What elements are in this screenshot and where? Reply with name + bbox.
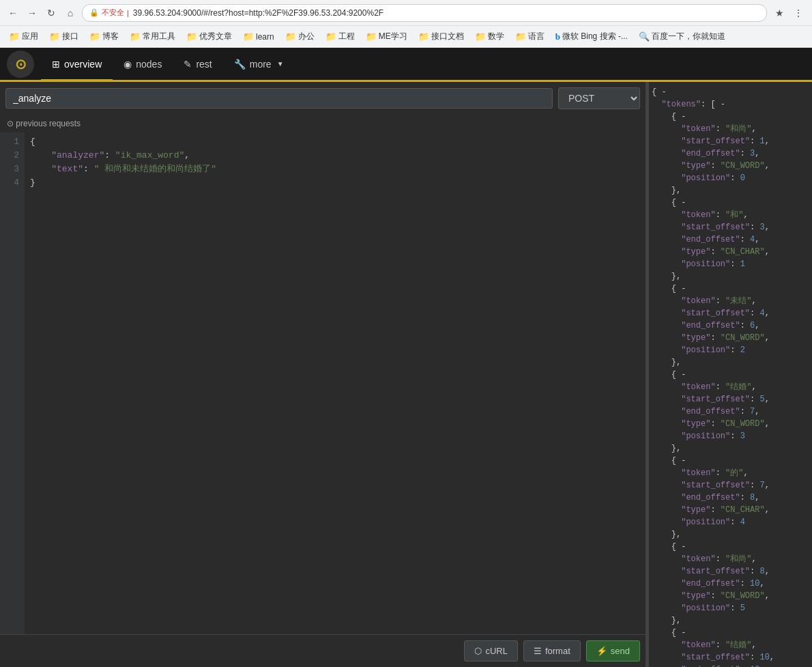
bookmark-item[interactable]: 📁数学 [470, 29, 509, 44]
bookmark-item[interactable]: 📁接口文档 [414, 29, 469, 44]
response-line: "tokens": [ - [652, 98, 809, 111]
bookmark-star-button[interactable]: ★ [771, 5, 787, 21]
folder-icon: 📁 [418, 31, 429, 42]
folder-icon: 📁 [515, 31, 526, 42]
rest-icon: ✎ [184, 59, 192, 70]
response-line: "type": "CN_CHAR", [652, 504, 809, 516]
home-button[interactable]: ⌂ [63, 5, 78, 20]
bookmark-item[interactable]: 📁应用 [4, 29, 43, 44]
app-logo: ⊙ [7, 51, 34, 78]
folder-icon: 📁 [186, 31, 197, 42]
bookmark-item[interactable]: 📁办公 [280, 29, 319, 44]
response-line: { - [652, 111, 809, 123]
folder-icon: 🔍 [639, 31, 650, 42]
bookmark-item[interactable]: 📁语言 [510, 29, 549, 44]
response-line: "position": 3 [652, 430, 809, 442]
curl-button[interactable]: ⬡ cURL [464, 640, 518, 662]
response-line: { - [652, 369, 809, 381]
format-button[interactable]: ☰ format [523, 640, 581, 662]
response-line: "token": "未结", [652, 295, 809, 307]
response-line: "end_offset": 10, [652, 578, 809, 590]
response-line: "token": "的", [652, 467, 809, 479]
line-number: 1 [5, 135, 19, 149]
nav-tabs: ⊞ overview ◉ nodes ✎ rest 🔧 more ▼ [41, 48, 295, 80]
main-content: GET POST PUT DELETE HEAD ⊙ previous requ… [0, 82, 812, 667]
address-bar[interactable]: 🔒 不安全 | 39.96.53.204:9000/#/rest?host=ht… [82, 4, 767, 22]
tab-overview[interactable]: ⊞ overview [41, 49, 113, 81]
line-number: 3 [5, 162, 19, 176]
bookmark-item[interactable]: 📁工程 [321, 29, 360, 44]
bookmark-label: 常用工具 [143, 31, 175, 42]
editor-container: 1234 { "analyzer": "ik_max_word", "text"… [0, 132, 646, 634]
response-panel: { - "tokens": [ - { - "token": "和尚", "st… [648, 82, 812, 667]
bookmark-label: 数学 [488, 31, 504, 42]
line-numbers: 1234 [0, 132, 25, 634]
response-line: }, [652, 356, 809, 369]
folder-icon: 📁 [130, 31, 141, 42]
code-editor[interactable]: { "analyzer": "ik_max_word", "text": " 和… [25, 132, 646, 634]
code-line: { [30, 135, 640, 149]
folder-icon: 📁 [49, 31, 60, 42]
bookmark-item[interactable]: 📁博客 [85, 29, 124, 44]
response-line: "end_offset": 7, [652, 406, 809, 418]
folder-icon: 📁 [475, 31, 486, 42]
response-line: { - [652, 455, 809, 467]
send-label: send [611, 646, 630, 656]
bookmark-label: 微软 Bing 搜索 -... [562, 31, 628, 42]
response-line: }, [652, 614, 809, 627]
previous-requests-toggle[interactable]: ⊙ previous requests [0, 115, 646, 132]
bookmark-item[interactable]: 📁常用工具 [125, 29, 180, 44]
previous-requests-label: ⊙ previous requests [7, 119, 81, 128]
tab-more[interactable]: 🔧 more ▼ [223, 49, 295, 81]
tab-nodes[interactable]: ◉ nodes [113, 49, 173, 81]
response-line: "end_offset": 4, [652, 233, 809, 246]
bookmark-item[interactable]: 📁ME学习 [361, 29, 412, 44]
folder-icon: b [555, 31, 560, 42]
response-line: "position": 5 [652, 602, 809, 614]
forward-button[interactable]: → [25, 5, 40, 20]
curl-label: cURL [485, 646, 508, 656]
nav-icons: ★ ⋮ [771, 5, 807, 21]
code-line: "text": " 和尚和未结婚的和尚结婚了" [30, 162, 640, 176]
address-text: 39.96.53.204:9000/#/rest?host=http:%2F%2… [133, 8, 759, 18]
bookmark-label: 接口 [62, 31, 78, 42]
reload-button[interactable]: ↻ [44, 5, 59, 20]
settings-button[interactable]: ⋮ [790, 5, 807, 21]
method-select[interactable]: GET POST PUT DELETE HEAD [558, 87, 640, 109]
response-line: "end_offset": 12, [652, 664, 809, 667]
back-button[interactable]: ← [5, 5, 20, 20]
nodes-icon: ◉ [124, 59, 132, 70]
response-line: }, [652, 528, 809, 541]
format-icon: ☰ [534, 646, 542, 656]
bookmark-item[interactable]: b微软 Bing 搜索 -... [551, 29, 633, 44]
browser-nav: ← → ↻ ⌂ 🔒 不安全 | 39.96.53.204:9000/#/rest… [0, 0, 812, 26]
response-line: "start_offset": 7, [652, 479, 809, 492]
bookmark-item[interactable]: 📁learn [238, 29, 279, 44]
response-line: "end_offset": 8, [652, 492, 809, 504]
response-line: "type": "CN_WORD", [652, 160, 809, 172]
app-header: ⊙ ⊞ overview ◉ nodes ✎ rest 🔧 more ▼ [0, 48, 812, 82]
bookmark-item[interactable]: 📁接口 [44, 29, 83, 44]
response-line: { - [652, 627, 809, 639]
response-line: { - [652, 541, 809, 553]
response-line: }, [652, 270, 809, 283]
send-button[interactable]: ⚡ send [586, 640, 640, 662]
bookmark-label: 工程 [338, 31, 355, 42]
folder-icon: 📁 [9, 31, 20, 42]
response-line: "start_offset": 3, [652, 221, 809, 233]
response-line: "position": 4 [652, 516, 809, 528]
line-number: 4 [5, 176, 19, 190]
response-line: "end_offset": 6, [652, 320, 809, 332]
tab-rest-label: rest [196, 59, 212, 70]
tab-rest[interactable]: ✎ rest [173, 49, 222, 81]
security-label: 不安全 [102, 8, 124, 18]
endpoint-input[interactable] [5, 88, 553, 109]
line-number: 2 [5, 149, 19, 162]
response-line: "start_offset": 10, [652, 651, 809, 664]
bookmark-label: ME学习 [379, 31, 407, 42]
response-line: "position": 2 [652, 344, 809, 356]
bookmark-item[interactable]: 📁优秀文章 [182, 29, 237, 44]
response-line: "start_offset": 1, [652, 135, 809, 147]
bookmark-item[interactable]: 🔍百度一下，你就知道 [634, 29, 730, 44]
response-line: "start_offset": 5, [652, 393, 809, 406]
